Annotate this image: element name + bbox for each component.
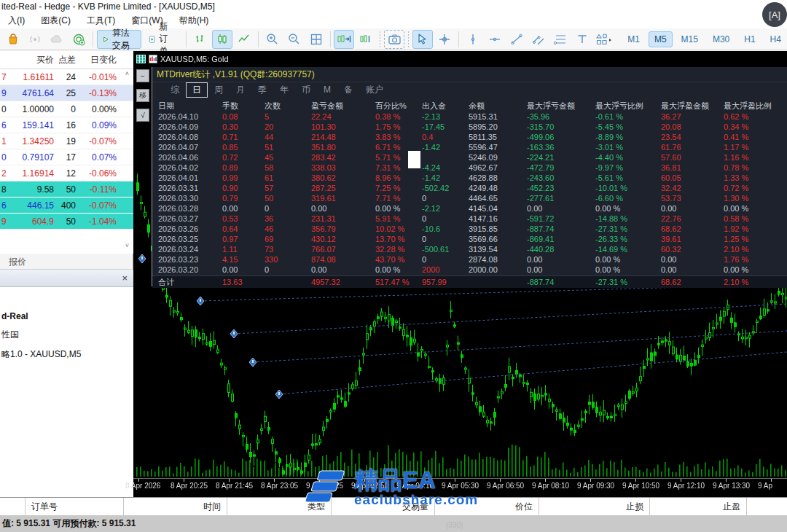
channel-tool-icon[interactable] — [528, 30, 549, 49]
timeframe-h1[interactable]: H1 — [738, 31, 761, 47]
algo-trading-button[interactable]: 算法交易 — [97, 30, 141, 49]
stats-data-row[interactable]: 2026.03.260.6446356.7910.02 %-10.63915.8… — [152, 224, 787, 234]
market-watch-row[interactable]: 89.5850-0.11% — [0, 181, 133, 197]
menu-item[interactable]: 入(I) — [0, 13, 33, 28]
stats-tab-7[interactable]: 币 — [295, 82, 317, 98]
horizontal-line-tool-icon[interactable] — [485, 30, 505, 49]
col-bid[interactable]: 买价 — [13, 54, 54, 66]
stats-tab-3[interactable]: 周 — [208, 82, 230, 98]
stats-data-row[interactable]: 2026.03.241.1173766.0732.28 %-500.613139… — [152, 244, 787, 254]
close-icon[interactable]: × — [122, 273, 128, 283]
stats-data-row[interactable]: 2026.03.280.0000.000.00 %-2.124145.040.0… — [152, 203, 787, 214]
community-icon[interactable] — [68, 30, 89, 49]
shapes-tool-icon[interactable] — [594, 30, 614, 49]
fibonacci-tool-icon[interactable] — [550, 30, 571, 49]
stats-data-row[interactable]: 2026.03.234.15330874.0843.70 %02874.080.… — [152, 254, 787, 265]
menu-item[interactable]: 帮助(H) — [171, 13, 217, 28]
stats-data-row[interactable]: 2026.04.010.9961380.628.96 %-1.424628.88… — [152, 173, 787, 183]
tab-quotes[interactable]: 报价 — [0, 254, 133, 270]
vertical-line-tool-icon[interactable] — [463, 30, 483, 49]
toolbox-col-header[interactable]: 类型 — [227, 498, 332, 515]
toolbox-col-header[interactable]: 价位 — [435, 498, 539, 515]
scroll-up-icon[interactable]: ˄ — [125, 70, 129, 77]
stats-total-row[interactable]: 合计13.634957.32517.47 %957.99-887.74-27.3… — [152, 275, 787, 288]
tile-windows-icon[interactable] — [306, 30, 326, 49]
stats-data-row[interactable]: 2026.03.310.9057287.257.25 %-502.424249.… — [152, 183, 787, 193]
timeframe-h4[interactable]: H4 — [764, 31, 787, 47]
market-watch-scrollbar[interactable]: ˄ ˅ — [122, 70, 132, 249]
toolbox-icon-column[interactable] — [0, 498, 26, 515]
market-watch-row[interactable]: 11.3425019-0.07% — [0, 133, 133, 149]
stats-tab-10[interactable]: 账户 — [359, 82, 390, 98]
screen-assist-overlay-button[interactable]: [A] — [762, 2, 787, 27]
stats-tab-4[interactable]: 月 — [230, 82, 251, 98]
bar-chart-type-icon[interactable] — [190, 30, 211, 49]
market-watch-row[interactable]: 94761.6425-0.13% — [0, 85, 133, 101]
col-daily-change[interactable]: 日变化 — [76, 54, 117, 66]
screenshot-camera-icon[interactable] — [384, 30, 404, 49]
zoom-out-icon[interactable] — [284, 30, 305, 49]
navigator-item[interactable]: 略1.0 - XAUUSD,M5 — [0, 345, 133, 364]
chart-shift-icon[interactable] — [356, 30, 376, 49]
market-watch-row[interactable]: 01.0000000.00% — [0, 101, 133, 117]
navigator-item[interactable]: 性国 — [0, 325, 133, 345]
stats-check-button[interactable]: √ — [136, 109, 149, 122]
stats-data-row[interactable]: 2026.04.100.08522.240.38 %-2.135915.31-3… — [152, 112, 787, 122]
market-watch-row[interactable]: 6159.141160.09% — [0, 117, 133, 133]
stats-minimize-button[interactable]: − — [136, 69, 149, 82]
market-watch-row[interactable]: 71.6161124-0.01% — [0, 69, 133, 85]
toolbox-col-header[interactable]: 时间 — [124, 498, 227, 515]
stats-cell: -440.28 — [521, 244, 590, 254]
stats-data-row[interactable]: 2026.04.090.3020101.301.75 %-17.455895.2… — [152, 122, 787, 132]
bid-price: 0.79107 — [13, 152, 54, 163]
toolbox-col-header[interactable]: 交易量 — [332, 498, 435, 515]
toolbox-col-header[interactable]: 止损 — [539, 498, 650, 515]
toolbox-col-header[interactable]: 订单号 — [26, 498, 124, 515]
trendline-tool-icon[interactable] — [506, 30, 527, 49]
crosshair-icon[interactable] — [434, 30, 455, 49]
stats-data-row[interactable]: 2026.03.250.9769430.1213.70 %03569.66-86… — [152, 234, 787, 244]
stats-tab-2[interactable]: 日 — [186, 82, 208, 98]
timeframe-m1[interactable]: M1 — [622, 31, 646, 47]
stats-tab-5[interactable]: 季 — [251, 82, 273, 98]
market-watch-row[interactable]: 6446.15400-0.07% — [0, 197, 133, 214]
zoom-in-icon[interactable] — [262, 30, 283, 49]
market-watch-row[interactable]: 9604.950-1.04% — [0, 214, 133, 230]
stats-cell: 36.27 — [655, 112, 718, 122]
auto-scroll-icon[interactable] — [334, 30, 354, 49]
toolbox-col-header[interactable]: 止盈 — [650, 498, 747, 515]
stats-data-row[interactable]: 2026.04.080.7144214.483.83 %0.45811.35-4… — [152, 132, 787, 142]
scroll-down-icon[interactable]: ˅ — [125, 242, 129, 249]
stats-tab-8[interactable]: M — [317, 83, 337, 96]
navigator-item[interactable]: d-Real — [0, 308, 133, 325]
stats-tab-6[interactable]: 年 — [273, 82, 295, 98]
stats-tab-9[interactable]: 备 — [337, 82, 359, 98]
cloud-icon[interactable] — [47, 30, 67, 49]
stats-data-row[interactable]: 2026.04.070.8551351.806.71 %-1.425596.47… — [152, 142, 787, 152]
stats-data-row[interactable]: 2026.03.300.7950319.617.71 %04464.65-277… — [152, 193, 787, 203]
market-watch-row[interactable]: 00.79107170.07% — [0, 149, 133, 165]
timeframe-m15[interactable]: M15 — [676, 31, 704, 47]
stats-move-button[interactable]: 移 — [136, 89, 149, 102]
stats-cell: -2.13 — [416, 112, 463, 122]
signals-icon[interactable] — [25, 30, 45, 49]
market-bag-icon[interactable] — [3, 30, 23, 49]
time-axis[interactable]: 8 Apr 20268 Apr 20:258 Apr 21:458 Apr 23… — [133, 478, 787, 492]
stats-table-icon[interactable] — [136, 55, 146, 63]
stats-data-row[interactable]: 2026.04.060.7245283.425.71 %5246.09-224.… — [152, 152, 787, 163]
menu-item[interactable]: 图表(C) — [33, 13, 79, 28]
stats-tab-1[interactable]: 综 — [164, 82, 186, 98]
cursor-icon[interactable] — [412, 30, 433, 49]
timeframe-group: M1M5M15M30H1H4 — [622, 31, 787, 47]
timeframe-m30[interactable]: M30 — [707, 31, 735, 47]
market-watch-row[interactable]: 21.1691412-0.06% — [0, 165, 133, 181]
stats-data-row[interactable]: 2026.03.200.0000.000.00 %20002000.000.00… — [152, 265, 787, 275]
text-tool-icon[interactable] — [572, 30, 592, 49]
stats-data-row[interactable]: 2026.03.270.5336231.315.91 %04147.16-591… — [152, 214, 787, 224]
new-order-button[interactable]: 新订单 — [143, 30, 183, 49]
timeframe-m5[interactable]: M5 — [649, 31, 673, 47]
stats-data-row[interactable]: 2026.04.020.8958338.037.31 %-4.244962.67… — [152, 163, 787, 173]
line-chart-type-icon[interactable] — [234, 30, 254, 49]
col-spread[interactable]: 点差 — [54, 54, 76, 66]
candlestick-type-icon[interactable] — [212, 30, 232, 49]
